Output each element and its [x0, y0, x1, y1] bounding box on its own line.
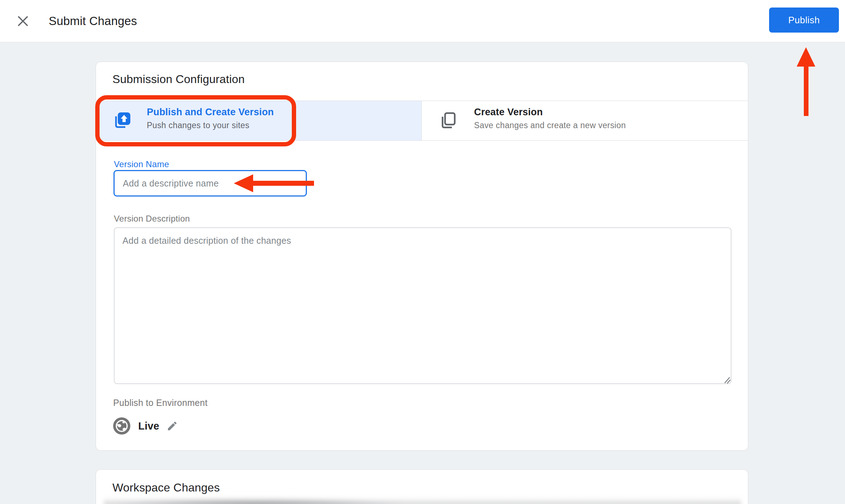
version-description-label: Version Description — [114, 214, 190, 224]
publish-to-environment-label: Publish to Environment — [113, 398, 208, 408]
pencil-icon[interactable] — [166, 420, 178, 433]
option-subtitle: Save changes and create a new version — [474, 121, 626, 130]
workspace-changes-card: Workspace Changes — [96, 469, 748, 504]
publish-upload-icon — [113, 112, 130, 131]
environment-value: Live — [138, 420, 159, 432]
publish-button[interactable]: Publish — [769, 8, 839, 33]
card-title: Workspace Changes — [112, 481, 220, 494]
option-text: Publish and Create Version Push changes … — [147, 107, 274, 130]
annotation-arrow-up-icon — [793, 44, 819, 121]
close-button[interactable] — [16, 14, 30, 29]
page-title: Submit Changes — [49, 14, 137, 28]
option-title: Create Version — [474, 107, 626, 118]
version-name-input[interactable] — [114, 170, 307, 197]
version-name-label: Version Name — [114, 159, 169, 169]
option-subtitle: Push changes to your sites — [147, 121, 274, 130]
option-text: Create Version Save changes and create a… — [474, 107, 626, 130]
option-create-version[interactable]: Create Version Save changes and create a… — [421, 101, 748, 140]
option-title: Publish and Create Version — [147, 107, 274, 118]
version-description-textarea[interactable] — [114, 227, 731, 384]
top-bar: Submit Changes Publish — [0, 0, 845, 42]
submission-configuration-card: Submission Configuration Publish and Cre… — [96, 62, 748, 451]
submission-options-row: Publish and Create Version Push changes … — [96, 101, 748, 141]
copy-pages-icon — [440, 112, 457, 131]
close-icon — [16, 23, 29, 29]
card-title: Submission Configuration — [112, 73, 245, 86]
option-publish-and-create-version[interactable]: Publish and Create Version Push changes … — [96, 101, 421, 140]
globe-icon — [113, 417, 131, 436]
